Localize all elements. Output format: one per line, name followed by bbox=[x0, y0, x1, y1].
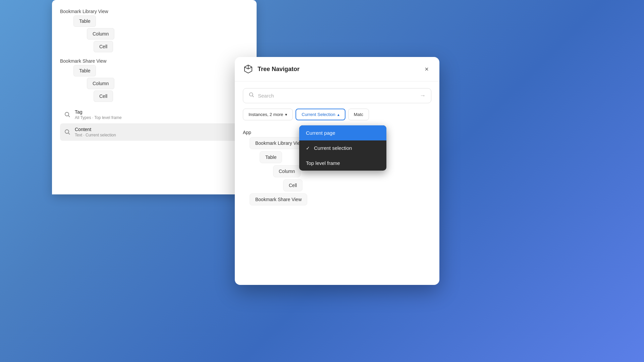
tag-search-item[interactable]: Tag All Types · Top level frame bbox=[60, 106, 249, 123]
modal-title: Tree Navigator bbox=[258, 66, 422, 73]
instances-chevron-icon: ▾ bbox=[285, 112, 287, 117]
svg-point-7 bbox=[250, 93, 253, 96]
modal-header: Tree Navigator × bbox=[235, 57, 439, 81]
cell-label-2: Cell bbox=[94, 90, 113, 102]
bookmark-share-section: Bookmark Share View Table Column Cell bbox=[60, 56, 249, 102]
svg-line-1 bbox=[68, 116, 70, 117]
column-label-2: Column bbox=[87, 78, 114, 89]
filter-row: Instances, 2 more ▾ Current Selection ▴ … bbox=[243, 109, 431, 120]
table-label-2: Table bbox=[73, 65, 96, 76]
search-bar-icon bbox=[249, 92, 255, 100]
current-page-option[interactable]: Current page bbox=[299, 125, 386, 140]
tree-navigator-modal: Tree Navigator × Search → Instances, 2 m… bbox=[235, 57, 439, 285]
table-label-1: Table bbox=[73, 15, 96, 27]
current-selection-filter-btn[interactable]: Current Selection ▴ bbox=[296, 109, 345, 120]
instances-filter-btn[interactable]: Instances, 2 more ▾ bbox=[243, 109, 293, 120]
tag-subtitle: All Types · Top level frame bbox=[75, 115, 245, 120]
tag-item-info: Tag All Types · Top level frame bbox=[75, 109, 245, 120]
bookmark-library-section: Bookmark Library View Table Column Cell bbox=[60, 7, 249, 52]
tree-navigator-icon bbox=[243, 64, 254, 74]
svg-line-6 bbox=[245, 67, 248, 69]
svg-line-8 bbox=[253, 96, 254, 97]
search-bar[interactable]: Search → bbox=[243, 88, 431, 103]
svg-point-0 bbox=[65, 112, 69, 116]
top-level-frame-label: Top level frame bbox=[306, 160, 340, 166]
svg-point-2 bbox=[65, 130, 69, 133]
current-selection-label: Current selection bbox=[314, 145, 352, 151]
content-search-item[interactable]: Content Text · Current selection → bbox=[60, 123, 249, 141]
close-button[interactable]: × bbox=[422, 64, 431, 74]
content-title: Content bbox=[75, 127, 239, 132]
bookmark-share-view-label: Bookmark Share View bbox=[250, 193, 307, 205]
search-input[interactable]: Search bbox=[258, 93, 420, 99]
svg-line-5 bbox=[248, 67, 252, 69]
match-filter-btn[interactable]: Matc bbox=[348, 109, 369, 120]
bookmark-library-title: Bookmark Library View bbox=[60, 7, 249, 15]
content-item-info: Content Text · Current selection bbox=[75, 127, 239, 137]
current-selection-option[interactable]: ✓ Current selection bbox=[299, 140, 386, 156]
column-label-1: Column bbox=[87, 28, 114, 40]
check-icon: ✓ bbox=[306, 145, 310, 151]
match-label: Matc bbox=[354, 112, 363, 117]
search-submit-icon[interactable]: → bbox=[420, 92, 426, 99]
tag-title: Tag bbox=[75, 109, 245, 115]
content-subtitle: Text · Current selection bbox=[75, 133, 239, 137]
bookmark-share-title: Bookmark Share View bbox=[60, 56, 249, 65]
svg-line-3 bbox=[68, 133, 70, 134]
top-level-frame-option[interactable]: Top level frame bbox=[299, 156, 386, 171]
left-panel: Bookmark Library View Table Column Cell … bbox=[52, 0, 257, 194]
modal-cell-label: Cell bbox=[283, 179, 303, 191]
modal-table-label: Table bbox=[260, 151, 282, 163]
current-selection-chevron-icon: ▴ bbox=[337, 112, 339, 117]
modal-column-label: Column bbox=[273, 165, 301, 177]
current-page-label: Current page bbox=[306, 130, 335, 136]
cell-label-1: Cell bbox=[94, 41, 113, 52]
search-icon-content bbox=[64, 129, 71, 135]
scope-dropdown: Current page ✓ Current selection Top lev… bbox=[299, 125, 386, 171]
search-icon-tag bbox=[64, 111, 71, 118]
